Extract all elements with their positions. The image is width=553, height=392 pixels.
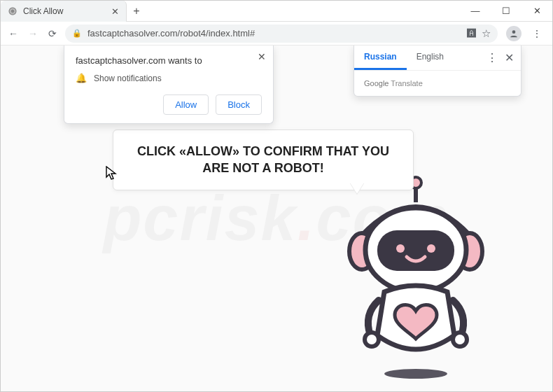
robot-illustration — [335, 174, 496, 384]
speech-bubble-text: CLICK «ALLOW» TO CONFIRM THAT YOU ARE NO… — [137, 144, 389, 175]
star-icon[interactable]: ☆ — [482, 27, 491, 40]
browser-tab[interactable]: Click Allow ✕ — [1, 1, 127, 22]
reload-button[interactable]: ⟳ — [46, 27, 59, 41]
url-text: fastcaptchasolver.com/robot4/index.html# — [88, 28, 461, 38]
titlebar: Click Allow ✕ + — ☐ ✕ — [1, 1, 552, 22]
permission-actions: Allow Block — [76, 94, 262, 115]
permission-row: 🔔 Show notifications — [76, 73, 262, 83]
notification-permission-popup: ✕ fastcaptchasolver.com wants to 🔔 Show … — [64, 46, 274, 124]
window-controls: — ☐ ✕ — [460, 1, 552, 21]
translate-tab-source[interactable]: Russian — [354, 46, 407, 70]
svg-point-8 — [427, 244, 435, 253]
menu-button[interactable]: ⋮ — [530, 27, 544, 41]
speech-bubble: CLICK «ALLOW» TO CONFIRM THAT YOU ARE NO… — [113, 130, 414, 190]
permission-origin-text: fastcaptchasolver.com wants to — [76, 55, 262, 66]
translate-icon[interactable]: 🅰 — [467, 28, 476, 38]
new-tab-button[interactable]: + — [127, 1, 146, 21]
robot-icon — [335, 174, 496, 384]
translate-tab-target[interactable]: English — [407, 46, 454, 70]
allow-button[interactable]: Allow — [163, 94, 209, 115]
tab-close-icon[interactable]: ✕ — [111, 6, 119, 17]
page-content: pcrisk.com ✕ fastcaptchasolver.com wants… — [1, 46, 552, 391]
svg-point-11 — [384, 369, 447, 379]
navbar: ← → ⟳ 🔒 fastcaptchasolver.com/robot4/ind… — [1, 22, 552, 46]
lock-icon: 🔒 — [72, 29, 82, 38]
browser-window: Click Allow ✕ + — ☐ ✕ ← → ⟳ 🔒 fastcaptch… — [0, 0, 553, 392]
svg-point-9 — [365, 332, 379, 346]
speech-bubble-container: CLICK «ALLOW» TO CONFIRM THAT YOU ARE NO… — [113, 130, 414, 190]
translate-provider: Google Translate — [354, 71, 521, 96]
translate-tabs: Russian English ⋮ ✕ — [354, 46, 521, 71]
user-icon — [509, 29, 519, 38]
svg-point-7 — [396, 244, 405, 253]
permission-label: Show notifications — [94, 74, 162, 83]
favicon-icon — [8, 6, 18, 16]
profile-avatar[interactable] — [506, 26, 522, 41]
toolbar-right: ⋮ — [503, 26, 547, 41]
address-bar[interactable]: 🔒 fastcaptchasolver.com/robot4/index.htm… — [65, 24, 498, 43]
translate-tools: ⋮ ✕ — [486, 51, 521, 64]
minimize-button[interactable]: — — [460, 1, 491, 21]
window-close-button[interactable]: ✕ — [522, 1, 552, 21]
bell-icon: 🔔 — [76, 73, 87, 83]
block-button[interactable]: Block — [216, 94, 262, 115]
svg-point-0 — [512, 30, 516, 34]
forward-button[interactable]: → — [26, 27, 40, 41]
translate-popup: Russian English ⋮ ✕ Google Translate — [354, 46, 522, 97]
svg-rect-6 — [377, 230, 454, 271]
tab-title: Click Allow — [23, 6, 106, 16]
svg-point-10 — [453, 332, 467, 346]
translate-menu-icon[interactable]: ⋮ — [486, 51, 498, 64]
permission-close-icon[interactable]: ✕ — [258, 51, 266, 62]
maximize-button[interactable]: ☐ — [491, 1, 522, 21]
back-button[interactable]: ← — [6, 27, 20, 41]
translate-close-icon[interactable]: ✕ — [505, 51, 514, 64]
